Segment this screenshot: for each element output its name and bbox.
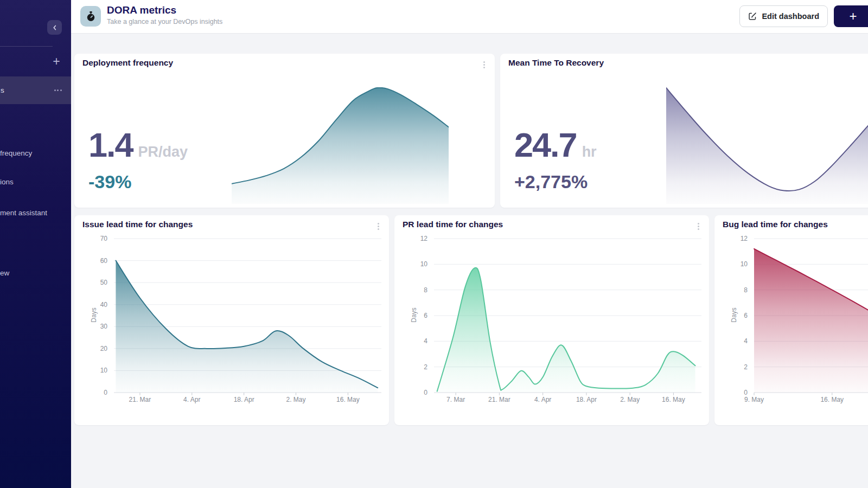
sidebar-item[interactable]: ions [0, 177, 14, 187]
page-subtitle: Take a glance at your DevOps insights [107, 18, 222, 25]
card-title: Bug lead time for changes [723, 220, 828, 229]
kpi-value: 1.4 [88, 125, 133, 164]
edit-dashboard-label: Edit dashboard [762, 12, 819, 21]
sidebar-item[interactable]: ew [0, 268, 9, 278]
chart-svg [714, 230, 868, 421]
top-bar: DORA metrics Take a glance at your DevOp… [71, 0, 868, 34]
add-dashboard-button[interactable]: + [49, 54, 64, 69]
card-deployment-frequency: Deployment frequency 1.4 PR/day -39% [74, 54, 495, 208]
kpi-value-row: 1.4 PR/day [88, 125, 188, 164]
chevron-left-icon [51, 24, 59, 31]
kpi-delta: +2,775% [514, 172, 588, 192]
add-widget-button[interactable]: + [834, 5, 868, 27]
pr-lead-time-chart: 0246810127. Mar21. Mar4. Apr18. Apr2. Ma… [394, 230, 708, 421]
kpi-unit: hr [582, 144, 597, 160]
card-bug-lead-time: Bug lead time for changes 0246810129. Ma… [714, 215, 868, 425]
card-title: PR lead time for changes [403, 220, 503, 229]
kpi-value: 24.7 [514, 125, 577, 164]
bug-lead-time-chart: 0246810129. May16. MayDays [714, 230, 868, 421]
card-title: Deployment frequency [82, 58, 173, 68]
area-fill [437, 268, 695, 393]
chart-svg [74, 230, 388, 421]
kebab-menu-icon[interactable] [480, 60, 488, 70]
area-fill [666, 88, 868, 204]
sidebar-item-label: s [1, 76, 4, 104]
area-fill [754, 249, 868, 393]
edit-dashboard-button[interactable]: Edit dashboard [739, 5, 828, 27]
card-mean-time-to-recovery: Mean Time To Recovery 24.7 hr +2,775% [500, 54, 868, 208]
edit-pencil-icon [748, 12, 757, 21]
sidebar-item[interactable]: ment assistant [0, 208, 47, 217]
page-title: DORA metrics [107, 4, 176, 16]
card-title: Mean Time To Recovery [508, 58, 604, 68]
card-issue-lead-time: Issue lead time for changes 010203040506… [74, 215, 389, 425]
dashboard-icon-tile [80, 6, 101, 27]
sparkline-svg [666, 87, 868, 204]
sparkline-svg [232, 87, 449, 204]
app-screen: + s frequency ions ment assistant ew DOR… [0, 0, 868, 488]
sidebar: + s frequency ions ment assistant ew [0, 0, 71, 488]
card-pr-lead-time: PR lead time for changes 0246810127. Mar… [394, 215, 709, 425]
mttr-trend-chart [666, 87, 868, 204]
area-fill [232, 88, 449, 204]
stopwatch-icon [85, 10, 97, 23]
chart-svg [394, 230, 708, 421]
kpi-value-row: 24.7 hr [514, 125, 597, 164]
card-title: Issue lead time for changes [82, 220, 193, 229]
ellipsis-menu-icon[interactable] [53, 89, 62, 91]
sidebar-item[interactable]: frequency [0, 149, 32, 158]
sidebar-item-active[interactable]: s [0, 76, 71, 104]
kpi-unit: PR/day [138, 144, 188, 160]
issue-lead-time-chart: 01020304050607021. Mar4. Apr18. Apr2. Ma… [74, 230, 388, 421]
kpi-delta: -39% [88, 172, 131, 192]
sidebar-collapse-button[interactable] [47, 20, 62, 35]
deployment-trend-chart [232, 87, 449, 204]
sidebar-divider [0, 46, 53, 47]
